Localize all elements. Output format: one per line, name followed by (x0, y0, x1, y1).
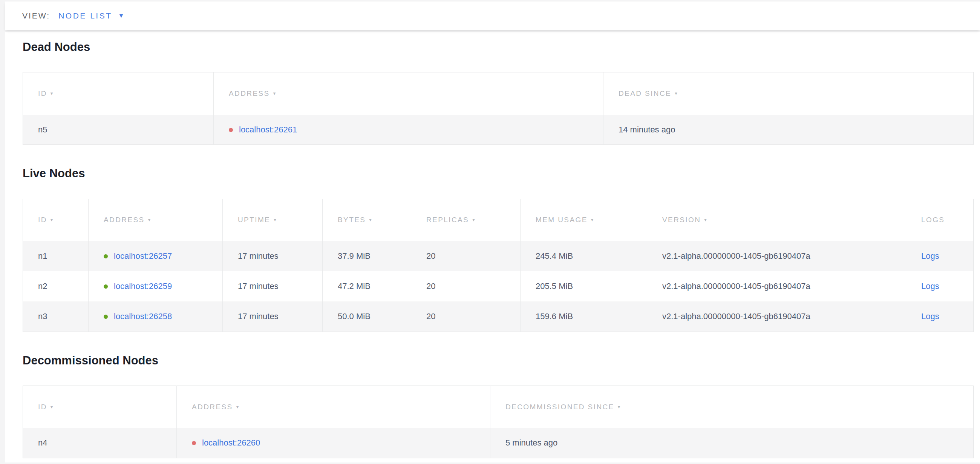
logs-link[interactable]: Logs (921, 251, 939, 261)
view-bar: VIEW: NODE LIST ▼ (5, 2, 980, 30)
logs-link[interactable]: Logs (921, 312, 939, 321)
live-status-dot-icon (103, 284, 108, 289)
column-header-id[interactable]: ID▾ (23, 72, 214, 115)
sort-arrow-icon: ▾ (675, 91, 678, 96)
node-id-cell: n2 (23, 271, 89, 301)
replicas-cell: 20 (411, 241, 520, 271)
column-header-label: REPLICAS (426, 216, 469, 224)
node-address-link[interactable]: localhost:26257 (114, 251, 172, 261)
replicas-cell: 20 (411, 271, 520, 301)
column-header-label: ID (38, 89, 47, 97)
node-address-cell: localhost:26261 (214, 115, 603, 145)
sort-arrow-icon: ▾ (236, 404, 240, 410)
uptime-cell: 17 minutes (223, 301, 323, 332)
table-header-row: ID▾ ADDRESS▾ UPTIME▾ BYTES▾ REPLICAS▾ ME… (23, 199, 974, 241)
uptime-cell: 17 minutes (223, 271, 323, 301)
column-header-label: UPTIME (238, 216, 270, 224)
column-header-label: ID (38, 216, 47, 224)
dead-nodes-title: Dead Nodes (22, 40, 973, 55)
column-header-bytes[interactable]: BYTES▾ (323, 199, 411, 241)
node-address-cell: localhost:26259 (89, 271, 223, 301)
sort-arrow-icon: ▾ (51, 91, 54, 96)
column-header-label: ADDRESS (192, 403, 233, 411)
dead-status-dot-icon (229, 128, 233, 132)
sort-arrow-icon: ▾ (369, 217, 372, 223)
table-row: n3 localhost:26258 17 minutes 50.0 MiB 2… (23, 301, 974, 332)
node-address-cell: localhost:26257 (89, 241, 223, 271)
column-header-label: ID (38, 403, 47, 411)
table-header-row: ID▾ ADDRESS▾ DECOMMISSIONED SINCE▾ (23, 386, 974, 428)
column-header-id[interactable]: ID▾ (23, 199, 89, 241)
sort-arrow-icon: ▾ (472, 217, 476, 223)
node-address-link[interactable]: localhost:26258 (114, 312, 172, 321)
dead-nodes-table: ID▾ ADDRESS▾ DEAD SINCE▾ n5 localhost:26… (22, 72, 974, 145)
uptime-cell: 17 minutes (223, 241, 323, 271)
node-address-link[interactable]: localhost:26259 (114, 281, 172, 291)
bytes-cell: 47.2 MiB (323, 271, 411, 301)
table-row: n2 localhost:26259 17 minutes 47.2 MiB 2… (23, 271, 974, 301)
bytes-cell: 37.9 MiB (323, 241, 411, 271)
column-header-id[interactable]: ID▾ (23, 386, 177, 428)
table-row: n4 localhost:26260 5 minutes ago (23, 428, 974, 458)
mem-usage-cell: 205.5 MiB (520, 271, 647, 301)
column-header-logs: LOGS (906, 199, 974, 241)
bytes-cell: 50.0 MiB (323, 301, 411, 332)
logs-link[interactable]: Logs (921, 281, 939, 291)
column-header-label: BYTES (338, 216, 366, 224)
column-header-dead-since[interactable]: DEAD SINCE▾ (603, 72, 974, 115)
column-header-label: MEM USAGE (536, 216, 588, 224)
sort-arrow-icon: ▾ (591, 217, 594, 223)
column-header-label: DECOMMISSIONED SINCE (506, 403, 614, 411)
dead-since-cell: 14 minutes ago (603, 115, 974, 145)
live-nodes-table: ID▾ ADDRESS▾ UPTIME▾ BYTES▾ REPLICAS▾ ME… (22, 199, 974, 332)
column-header-label: VERSION (662, 216, 701, 224)
column-header-version[interactable]: VERSION▾ (647, 199, 906, 241)
node-id-cell: n3 (23, 301, 89, 332)
node-address-cell: localhost:26260 (177, 428, 490, 458)
dropdown-caret-icon: ▼ (118, 13, 124, 19)
column-header-uptime[interactable]: UPTIME▾ (223, 199, 323, 241)
column-header-label: ADDRESS (103, 216, 145, 224)
decommissioned-since-cell: 5 minutes ago (490, 428, 974, 458)
version-cell: v2.1-alpha.00000000-1405-gb6190407a (647, 301, 906, 332)
node-id-cell: n5 (23, 115, 214, 145)
node-address-cell: localhost:26258 (89, 301, 223, 332)
logs-cell: Logs (906, 271, 974, 301)
logs-cell: Logs (906, 241, 974, 271)
version-cell: v2.1-alpha.00000000-1405-gb6190407a (647, 241, 906, 271)
node-address-link[interactable]: localhost:26260 (202, 438, 260, 447)
column-header-address[interactable]: ADDRESS▾ (214, 72, 603, 115)
column-header-label: DEAD SINCE (619, 89, 671, 97)
sort-arrow-icon: ▾ (273, 91, 277, 96)
decommissioned-nodes-table: ID▾ ADDRESS▾ DECOMMISSIONED SINCE▾ n4 lo… (22, 386, 974, 458)
column-header-label: LOGS (921, 216, 945, 224)
node-address-link[interactable]: localhost:26261 (239, 125, 297, 134)
column-header-replicas[interactable]: REPLICAS▾ (411, 199, 520, 241)
column-header-label: ADDRESS (229, 89, 270, 97)
column-header-address[interactable]: ADDRESS▾ (177, 386, 490, 428)
sort-arrow-icon: ▾ (148, 217, 151, 223)
view-label: VIEW: (22, 11, 50, 21)
sort-arrow-icon: ▾ (51, 217, 54, 223)
mem-usage-cell: 159.6 MiB (520, 301, 647, 332)
live-status-dot-icon (103, 315, 108, 319)
column-header-mem-usage[interactable]: MEM USAGE▾ (520, 199, 647, 241)
logs-cell: Logs (906, 301, 974, 332)
mem-usage-cell: 245.4 MiB (520, 241, 647, 271)
sort-arrow-icon: ▾ (704, 217, 708, 223)
view-selector-dropdown[interactable]: NODE LIST ▼ (59, 11, 124, 21)
sort-arrow-icon: ▾ (51, 404, 54, 410)
sort-arrow-icon: ▾ (618, 404, 621, 410)
sort-arrow-icon: ▾ (274, 217, 277, 223)
decommissioned-status-dot-icon (192, 441, 196, 445)
column-header-decommissioned-since[interactable]: DECOMMISSIONED SINCE▾ (490, 386, 974, 428)
node-id-cell: n4 (23, 428, 177, 458)
live-nodes-title: Live Nodes (22, 166, 973, 181)
table-row: n5 localhost:26261 14 minutes ago (23, 115, 974, 145)
live-status-dot-icon (103, 254, 108, 258)
table-row: n1 localhost:26257 17 minutes 37.9 MiB 2… (23, 241, 974, 271)
replicas-cell: 20 (411, 301, 520, 332)
view-selected-value: NODE LIST (59, 11, 112, 21)
column-header-address[interactable]: ADDRESS▾ (89, 199, 223, 241)
table-header-row: ID▾ ADDRESS▾ DEAD SINCE▾ (23, 72, 974, 115)
